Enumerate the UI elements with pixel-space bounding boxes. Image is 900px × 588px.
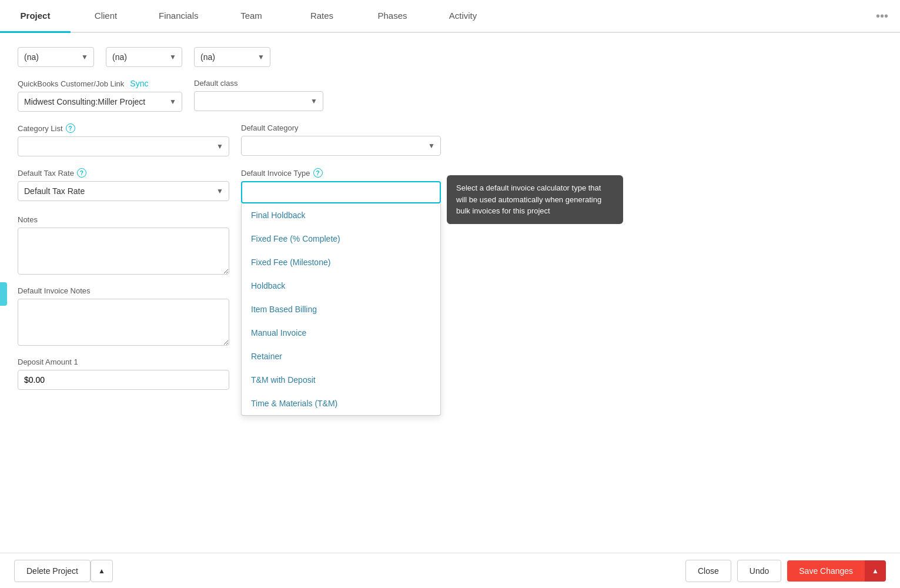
category-list-group: Category List ? ▼ [18, 123, 229, 156]
main-content: (na) ▼ (na) ▼ (na) ▼ QuickBooks Customer… [0, 33, 900, 553]
delete-button-group: Delete Project ▲ [14, 560, 113, 582]
tax-rate-help-icon[interactable]: ? [77, 168, 86, 178]
quickbooks-row: QuickBooks Customer/Job Link Sync Midwes… [18, 79, 882, 112]
close-button[interactable]: Close [685, 560, 731, 582]
deposit-amount-group: Deposit Amount 1 [18, 358, 882, 390]
default-tax-rate-select[interactable]: Default Tax Rate [18, 181, 229, 201]
sync-link[interactable]: Sync [130, 79, 148, 88]
footer-bar: Delete Project ▲ Close Undo Save Changes… [0, 553, 900, 588]
quickbooks-label: QuickBooks Customer/Job Link [18, 79, 124, 88]
notes-textarea[interactable] [18, 228, 229, 275]
invoice-type-dropdown-list: Final Holdback Fixed Fee (% Complete) Fi… [241, 203, 441, 416]
default-class-group: Default class ▼ [194, 79, 323, 111]
default-tax-rate-group: Default Tax Rate ? Default Tax Rate ▼ [18, 168, 229, 201]
invoice-option-holdback[interactable]: Holdback [242, 274, 440, 298]
notes-group: Notes [18, 215, 882, 275]
undo-button[interactable]: Undo [737, 560, 781, 582]
invoice-type-help-icon[interactable]: ? [313, 168, 323, 178]
default-category-label: Default Category [241, 123, 441, 132]
invoice-type-trigger[interactable] [241, 181, 441, 203]
save-button-group: Save Changes ▲ [787, 560, 886, 582]
delete-project-button[interactable]: Delete Project [14, 560, 91, 582]
tabs-bar: Project Client Financials Team Rates Pha… [0, 0, 900, 33]
category-list-label: Category List ? [18, 123, 229, 133]
deposit-amount-label: Deposit Amount 1 [18, 358, 882, 366]
invoice-option-tm-deposit[interactable]: T&M with Deposit [242, 368, 440, 392]
invoice-option-final-holdback[interactable]: Final Holdback [242, 203, 440, 227]
invoice-option-fixed-fee-milestone[interactable]: Fixed Fee (Milestone) [242, 250, 440, 274]
category-row: Category List ? ▼ Default Category ▼ [18, 123, 882, 156]
invoice-option-item-based[interactable]: Item Based Billing [242, 298, 440, 321]
default-class-select[interactable] [194, 91, 323, 111]
invoice-notes-label: Default Invoice Notes [18, 286, 882, 295]
default-category-select-wrap[interactable]: ▼ [241, 136, 441, 156]
tab-client[interactable]: Client [71, 0, 141, 33]
default-tax-rate-label: Default Tax Rate ? [18, 168, 229, 178]
scroll-indicator [0, 282, 7, 306]
category-list-help-icon[interactable]: ? [66, 123, 75, 133]
save-dropdown-arrow[interactable]: ▲ [865, 560, 886, 582]
default-invoice-type-label: Default Invoice Type ? [241, 168, 441, 178]
invoice-option-retainer[interactable]: Retainer [242, 345, 440, 368]
tax-invoice-row: Default Tax Rate ? Default Tax Rate ▼ De… [18, 168, 882, 203]
quickbooks-select[interactable]: Midwest Consulting:Miller Project [18, 92, 182, 112]
delete-dropdown-arrow[interactable]: ▲ [91, 560, 113, 582]
quickbooks-label-row: QuickBooks Customer/Job Link Sync [18, 79, 182, 88]
default-class-select-wrap[interactable]: ▼ [194, 91, 323, 111]
quickbooks-group: QuickBooks Customer/Job Link Sync Midwes… [18, 79, 182, 112]
top-dropdown-3[interactable]: (na) ▼ [194, 47, 270, 67]
tab-project[interactable]: Project [0, 0, 71, 33]
more-tabs-button[interactable]: ••• [864, 0, 900, 32]
top-dropdown-2[interactable]: (na) ▼ [106, 47, 182, 67]
invoice-type-dropdown-container: Select a default invoice calculator type… [241, 181, 441, 203]
tab-team[interactable]: Team [216, 0, 287, 33]
invoice-option-tm[interactable]: Time & Materials (T&M) [242, 392, 440, 415]
tab-rates[interactable]: Rates [287, 0, 357, 33]
default-category-select[interactable] [241, 136, 441, 156]
invoice-option-fixed-fee-percent[interactable]: Fixed Fee (% Complete) [242, 227, 440, 250]
top-dropdowns-row: (na) ▼ (na) ▼ (na) ▼ [18, 47, 882, 67]
tab-financials[interactable]: Financials [141, 0, 216, 33]
default-category-group: Default Category ▼ [241, 123, 441, 156]
invoice-notes-group: Default Invoice Notes [18, 286, 882, 346]
category-list-select[interactable] [18, 136, 229, 156]
invoice-option-manual[interactable]: Manual Invoice [242, 321, 440, 345]
default-invoice-type-group: Default Invoice Type ? Select a default … [241, 168, 441, 203]
default-class-label: Default class [194, 79, 323, 88]
invoice-notes-textarea[interactable] [18, 299, 229, 346]
tab-activity[interactable]: Activity [428, 0, 498, 33]
quickbooks-select-wrap[interactable]: Midwest Consulting:Miller Project ▼ [18, 92, 182, 112]
notes-label: Notes [18, 215, 882, 224]
save-changes-button[interactable]: Save Changes [787, 560, 865, 582]
deposit-amount-input[interactable] [18, 370, 229, 390]
tab-phases[interactable]: Phases [357, 0, 428, 33]
default-tax-rate-select-wrap[interactable]: Default Tax Rate ▼ [18, 181, 229, 201]
category-list-select-wrap[interactable]: ▼ [18, 136, 229, 156]
top-dropdown-1[interactable]: (na) ▼ [18, 47, 94, 67]
deposit-amount-input-wrap [18, 370, 882, 390]
